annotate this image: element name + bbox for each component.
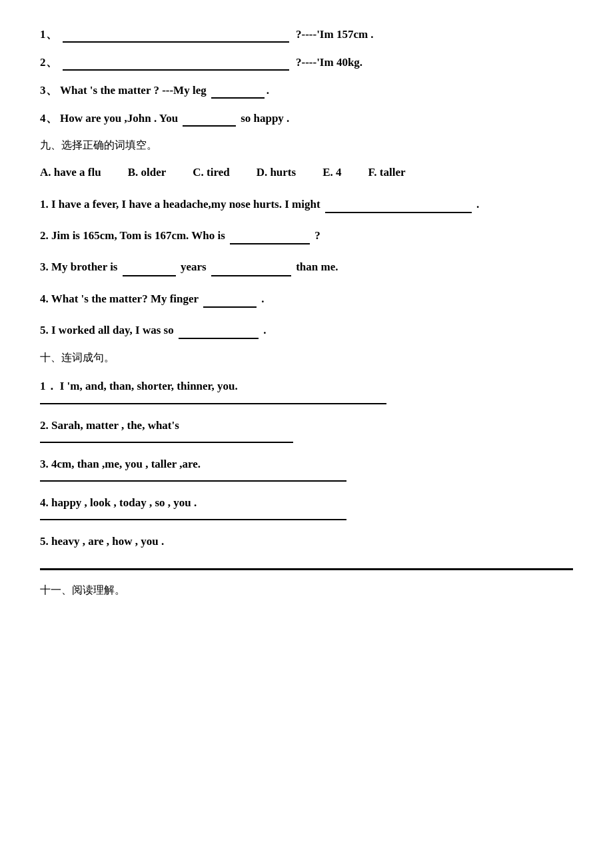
option-a: A. have a flu — [40, 166, 101, 179]
s9-q4-blank — [203, 288, 257, 308]
s10-q3-text: 4cm, than ,me, you , taller ,are. — [51, 458, 201, 470]
s9-q5-num: 5. — [40, 324, 51, 336]
s9-q5-blank — [179, 320, 259, 339]
s10-q1: 1． I 'm, and, than, shorter, thinner, yo… — [40, 378, 573, 394]
s9-q2-suffix: ? — [314, 229, 320, 242]
s9-q1-num: 1. — [40, 198, 51, 211]
q4-blank — [183, 112, 236, 127]
s9-q1-blank — [325, 194, 472, 213]
question-4: 4、 How are you ,John . You so happy . — [40, 111, 573, 127]
option-b: B. older — [128, 166, 167, 179]
s9-q1: 1. I have a fever, I have a headache,my … — [40, 194, 573, 213]
s9-q2-text: Jim is 165cm, Tom is 167cm. Who is — [51, 229, 228, 242]
s10-q5-text: heavy , are , how , you . — [51, 535, 164, 548]
s10-q4-num: 4. — [40, 496, 51, 509]
s9-q3-text: My brother is — [51, 260, 121, 273]
s9-q3-num: 3. — [40, 260, 49, 273]
s9-q2-num: 2. — [40, 229, 51, 242]
question-2: 2、 ?----'Im 40kg. — [40, 55, 573, 71]
s10-q1-num: 1． — [40, 380, 57, 392]
s10-q4: 4. happy , look , today , so , you . — [40, 496, 573, 510]
option-d: D. hurts — [257, 166, 297, 179]
option-c: C. tired — [193, 166, 229, 179]
s9-q1-suffix: . — [476, 198, 479, 211]
bottom-divider — [40, 568, 573, 570]
s9-q5-text: I worked all day, I was so — [51, 324, 177, 336]
option-e: E. 4 — [322, 166, 341, 179]
s9-q4-text: What 's the matter? My finger — [51, 292, 199, 305]
s9-q2-blank — [230, 225, 310, 244]
s10-q2: 2. Sarah, matter , the, what's — [40, 419, 573, 432]
s9-q4-suffix: . — [261, 292, 264, 305]
q3-num: 3、 — [40, 83, 60, 98]
q4-num: 4、 — [40, 111, 60, 126]
s10-q5-num: 5. — [40, 535, 51, 548]
s9-q5: 5. I worked all day, I was so . — [40, 320, 573, 339]
s9-q4: 4. What 's the matter? My finger . — [40, 288, 573, 308]
q2-suffix: ?----'Im 40kg. — [296, 56, 362, 69]
s9-q2: 2. Jim is 165cm, Tom is 167cm. Who is ? — [40, 225, 573, 244]
question-3: 3、 What 's the matter ? ---My leg . — [40, 83, 573, 99]
s10-q3-num: 3. — [40, 458, 51, 470]
s9-q3-blank1 — [123, 256, 176, 276]
q1-blank — [63, 28, 289, 43]
section11-title: 十一、阅读理解。 — [40, 584, 573, 598]
q4-prefix: How are you ,John . You — [60, 112, 178, 125]
s10-q1-text: I 'm, and, than, shorter, thinner, you. — [60, 380, 238, 392]
s10-q4-text: happy , look , today , so , you . — [51, 496, 197, 509]
q1-num: 1、 — [40, 27, 60, 42]
s10-q3: 3. 4cm, than ,me, you , taller ,are. — [40, 458, 573, 471]
q1-suffix: ?----'Im 157cm . — [296, 28, 374, 41]
options-row: A. have a flu B. older C. tired D. hurts… — [40, 166, 573, 179]
s10-q2-text: Sarah, matter , the, what's — [51, 419, 179, 432]
q2-num: 2、 — [40, 55, 60, 70]
s9-q3: 3. My brother is years than me. — [40, 256, 573, 276]
s9-q3-blank2 — [211, 256, 291, 276]
s10-q3-answer — [40, 480, 346, 482]
q4-middle: so happy . — [241, 112, 289, 125]
question-1: 1、 ?----'Im 157cm . — [40, 27, 573, 43]
s10-q5: 5. heavy , are , how , you . — [40, 535, 573, 548]
s10-q2-num: 2. — [40, 419, 49, 432]
section9-title: 九、选择正确的词填空。 — [40, 139, 573, 153]
s9-q1-text: I have a fever, I have a headache,my nos… — [51, 198, 320, 211]
section10-title: 十、连词成句。 — [40, 351, 573, 365]
q3-prefix: What 's the matter ? ---My leg — [60, 84, 207, 97]
s9-q3-suffix: than me. — [296, 260, 338, 273]
s10-q2-answer — [40, 442, 293, 443]
s9-q3-mid: years — [181, 260, 209, 273]
q3-suffix: . — [267, 84, 269, 97]
q3-blank — [211, 84, 265, 99]
s9-q4-num: 4. — [40, 292, 51, 305]
s10-q1-answer — [40, 403, 386, 404]
option-f: F. taller — [368, 166, 406, 179]
q2-blank — [63, 56, 289, 71]
s10-q4-answer — [40, 519, 346, 520]
s9-q5-suffix: . — [263, 324, 266, 336]
